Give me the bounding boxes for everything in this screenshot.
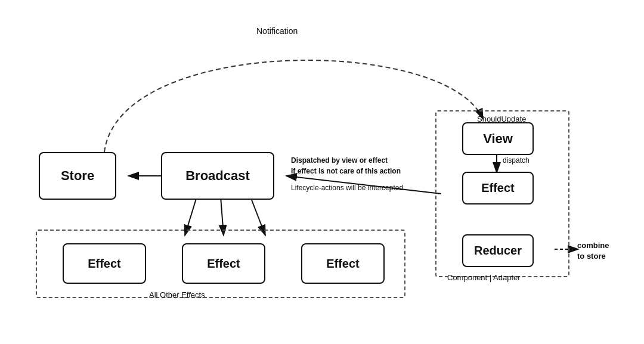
notification-label: Notification — [256, 26, 298, 36]
view-box: View — [462, 122, 534, 155]
component-adapter-label: Component | Adapter — [447, 273, 521, 282]
dispatch-label: dispatch — [503, 156, 530, 165]
lifecycle-label: Lifecycle-actions will be intercepted — [291, 184, 403, 192]
reducer-box: Reducer — [462, 234, 534, 267]
diagram-container: Notification Store Broadcast Dispatched … — [0, 0, 644, 344]
broadcast-box: Broadcast — [161, 152, 274, 200]
store-box: Store — [39, 152, 116, 200]
effect3-box: Effect — [301, 243, 385, 284]
effect2-box: Effect — [182, 243, 265, 284]
all-other-effects-label: All Other Effects — [149, 290, 205, 299]
combine-to-store-label: combine to store — [577, 240, 609, 262]
dispatched-label: Dispatched by view or effect If effect i… — [291, 155, 401, 176]
effect1-box: Effect — [63, 243, 146, 284]
effect-right-box: Effect — [462, 172, 534, 204]
